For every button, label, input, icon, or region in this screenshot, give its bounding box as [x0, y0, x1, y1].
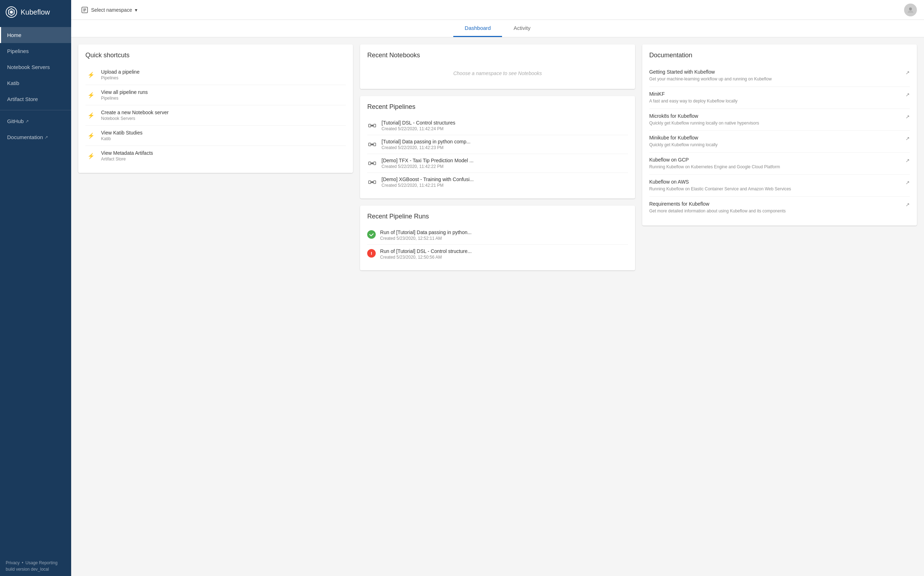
- doc-title-6: Requirements for Kubeflow: [649, 201, 903, 207]
- pipeline-label-1: [Tutorial] Data passing in python comp..…: [381, 139, 470, 144]
- namespace-label: Select namespace: [91, 7, 132, 13]
- pipeline-icon-1: [367, 139, 377, 149]
- main-content: Select namespace ▾ Dashboard Activity Qu…: [71, 0, 924, 576]
- namespace-selector[interactable]: Select namespace ▾: [78, 4, 140, 16]
- pipeline-item-1[interactable]: [Tutorial] Data passing in python comp..…: [367, 135, 628, 154]
- pipeline-icon-3: [367, 177, 377, 187]
- pipeline-item-0[interactable]: [Tutorial] DSL - Control structures Crea…: [367, 116, 628, 135]
- run-label-1: Run of [Tutorial] DSL - Control structur…: [380, 248, 472, 254]
- bolt-icon-4: ⚡: [85, 130, 97, 141]
- shortcut-upload-pipeline[interactable]: ⚡ Upload a pipeline Pipelines: [85, 65, 346, 85]
- shortcut-create-notebook-label: Create a new Notebook server: [101, 110, 169, 115]
- doc-item-6[interactable]: Requirements for Kubeflow Get more detai…: [649, 197, 910, 218]
- error-icon: [369, 251, 374, 256]
- recent-notebooks-card: Recent Notebooks Choose a namespace to s…: [360, 45, 635, 89]
- svg-rect-17: [369, 181, 371, 184]
- recent-pipelines-title: Recent Pipelines: [367, 103, 628, 110]
- external-link-icon: ↗: [25, 119, 29, 124]
- doc-item-5[interactable]: Kubeflow on AWS Running Kubeflow on Elas…: [649, 175, 910, 197]
- shortcut-view-pipeline-runs-label: View all pipeline runs: [101, 89, 148, 95]
- recent-pipeline-runs-card: Recent Pipeline Runs Run of [Tutorial] D…: [360, 206, 635, 270]
- run-item-0[interactable]: Run of [Tutorial] Data passing in python…: [367, 226, 628, 245]
- sidebar-item-pipelines[interactable]: Pipelines: [0, 43, 71, 59]
- sidebar-item-notebook-servers[interactable]: Notebook Servers: [0, 59, 71, 75]
- svg-rect-6: [374, 124, 376, 127]
- pipeline-icon-2: [367, 158, 377, 168]
- quick-shortcuts-card: Quick shortcuts ⚡ Upload a pipeline Pipe…: [78, 45, 353, 173]
- run-item-1[interactable]: Run of [Tutorial] DSL - Control structur…: [367, 245, 628, 263]
- sidebar-item-artifact-store[interactable]: Artifact Store: [0, 91, 71, 107]
- shortcut-create-notebook[interactable]: ⚡ Create a new Notebook server Notebook …: [85, 105, 346, 126]
- sidebar-item-github-label: GitHub: [7, 118, 24, 124]
- doc-desc-5: Running Kubeflow on Elastic Container Se…: [649, 186, 903, 192]
- doc-item-1[interactable]: MiniKF A fast and easy way to deploy Kub…: [649, 87, 910, 109]
- svg-point-16: [371, 163, 373, 164]
- doc-external-icon-6: ↗: [905, 202, 910, 207]
- sidebar-item-artifact-store-label: Artifact Store: [7, 96, 38, 102]
- recent-pipelines-card: Recent Pipelines [Tutorial] DSL - Contro…: [360, 96, 635, 198]
- shortcut-create-notebook-sublabel: Notebook Servers: [101, 116, 169, 121]
- sidebar-item-documentation-label: Documentation: [7, 134, 43, 140]
- sidebar: Kubeflow Home Pipelines Notebook Servers…: [0, 0, 71, 576]
- pipeline-icon-0: [367, 121, 377, 131]
- doc-item-3[interactable]: Minikube for Kubeflow Quickly get Kubefl…: [649, 131, 910, 153]
- doc-item-0[interactable]: Getting Started with Kubeflow Get your m…: [649, 65, 910, 87]
- pipeline-label-0: [Tutorial] DSL - Control structures: [381, 120, 455, 126]
- doc-item-4[interactable]: Kubeflow on GCP Running Kubeflow on Kube…: [649, 153, 910, 175]
- shortcut-upload-pipeline-label: Upload a pipeline: [101, 69, 139, 75]
- shortcut-view-metadata[interactable]: ⚡ View Metadata Artifacts Artifact Store: [85, 146, 346, 166]
- namespace-icon: [81, 6, 88, 13]
- doc-desc-3: Quickly get Kubeflow running locally: [649, 142, 903, 148]
- svg-rect-18: [374, 181, 376, 184]
- tab-dashboard[interactable]: Dashboard: [453, 20, 502, 37]
- tab-activity[interactable]: Activity: [502, 20, 542, 37]
- namespace-dropdown-icon: ▾: [135, 7, 137, 13]
- shortcut-view-pipeline-runs[interactable]: ⚡ View all pipeline runs Pipelines: [85, 85, 346, 105]
- svg-rect-5: [369, 124, 371, 127]
- doc-title-2: Microk8s for Kubeflow: [649, 113, 903, 119]
- svg-rect-13: [369, 162, 371, 165]
- doc-title-1: MiniKF: [649, 91, 903, 97]
- pipeline-date-2: Created 5/22/2020, 11:42:22 PM: [381, 164, 473, 169]
- sidebar-item-katib-label: Katib: [7, 80, 19, 86]
- usage-reporting-link[interactable]: Usage Reporting: [26, 560, 58, 565]
- kubeflow-logo-icon: [6, 6, 17, 18]
- user-avatar[interactable]: [904, 3, 917, 16]
- sidebar-item-home[interactable]: Home: [0, 27, 71, 43]
- doc-external-icon-4: ↗: [905, 158, 910, 163]
- shortcut-view-katib-label: View Katib Studies: [101, 130, 142, 136]
- svg-point-2: [10, 11, 13, 13]
- doc-external-icon-1: ↗: [905, 92, 910, 98]
- doc-title-0: Getting Started with Kubeflow: [649, 69, 903, 75]
- run-date-1: Created 5/23/2020, 12:50:56 AM: [380, 255, 472, 260]
- pipeline-item-3[interactable]: [Demo] XGBoost - Training with Confusi..…: [367, 173, 628, 191]
- checkmark-icon: [369, 232, 374, 237]
- doc-external-icon-2: ↗: [905, 114, 910, 120]
- doc-desc-0: Get your machine-learning workflow up an…: [649, 76, 903, 82]
- build-version: build version dev_local: [6, 567, 66, 572]
- bolt-icon-5: ⚡: [85, 150, 97, 162]
- notebooks-empty-message: Choose a namespace to see Notebooks: [367, 65, 628, 82]
- doc-title-4: Kubeflow on GCP: [649, 157, 903, 163]
- doc-item-2[interactable]: Microk8s for Kubeflow Quickly get Kubefl…: [649, 109, 910, 131]
- sidebar-item-katib[interactable]: Katib: [0, 75, 71, 91]
- bolt-icon-2: ⚡: [85, 89, 97, 101]
- documentation-title: Documentation: [649, 51, 910, 59]
- footer-separator: •: [22, 560, 23, 565]
- tabs-bar: Dashboard Activity: [71, 20, 924, 37]
- doc-desc-4: Running Kubeflow on Kubernetes Engine an…: [649, 164, 903, 170]
- shortcut-view-katib[interactable]: ⚡ View Katib Studies Katib: [85, 126, 346, 146]
- pipeline-item-2[interactable]: [Demo] TFX - Taxi Tip Prediction Model .…: [367, 154, 628, 173]
- recent-pipeline-runs-title: Recent Pipeline Runs: [367, 213, 628, 220]
- dashboard-content: Quick shortcuts ⚡ Upload a pipeline Pipe…: [71, 37, 924, 576]
- sidebar-item-documentation[interactable]: Documentation ↗: [0, 129, 71, 145]
- svg-rect-9: [369, 143, 371, 146]
- privacy-link[interactable]: Privacy: [6, 560, 19, 565]
- doc-desc-2: Quickly get Kubeflow running locally on …: [649, 120, 903, 126]
- sidebar-item-github[interactable]: GitHub ↗: [0, 113, 71, 129]
- pipeline-label-2: [Demo] TFX - Taxi Tip Prediction Model .…: [381, 158, 473, 163]
- doc-title-5: Kubeflow on AWS: [649, 179, 903, 185]
- pipeline-date-1: Created 5/22/2020, 11:42:23 PM: [381, 145, 470, 150]
- sidebar-logo[interactable]: Kubeflow: [0, 0, 71, 24]
- documentation-card: Documentation Getting Started with Kubef…: [642, 45, 917, 226]
